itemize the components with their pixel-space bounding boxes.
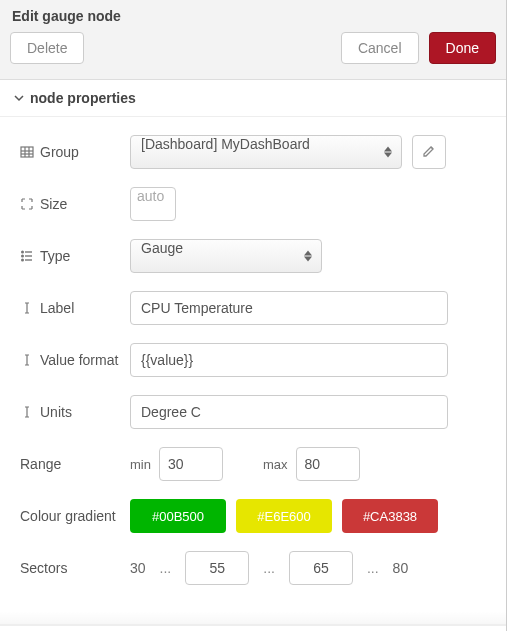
type-select[interactable]: Gauge: [130, 239, 322, 273]
type-select-value: Gauge: [130, 239, 322, 273]
sector-mid2-input[interactable]: [289, 551, 353, 585]
svg-point-7: [22, 255, 24, 257]
svg-point-5: [22, 251, 24, 253]
sector-high: 80: [393, 560, 409, 576]
i-cursor-icon: [20, 301, 34, 315]
label-input[interactable]: [130, 291, 448, 325]
done-button[interactable]: Done: [429, 32, 496, 64]
range-max-input[interactable]: [296, 447, 360, 481]
i-cursor-icon: [20, 353, 34, 367]
group-select-value: [Dashboard] MyDashBoard: [130, 135, 402, 169]
cancel-button[interactable]: Cancel: [341, 32, 419, 64]
edit-group-button[interactable]: [412, 135, 446, 169]
group-select[interactable]: [Dashboard] MyDashBoard: [130, 135, 402, 169]
min-label: min: [130, 457, 151, 472]
dots-icon: ...: [263, 560, 275, 576]
sector-mid1-input[interactable]: [185, 551, 249, 585]
svg-point-9: [22, 259, 24, 261]
dots-icon: ...: [367, 560, 379, 576]
range-min-input[interactable]: [159, 447, 223, 481]
svg-rect-0: [21, 147, 33, 157]
gradient-color-3[interactable]: #CA3838: [342, 499, 438, 533]
label-label: Label: [40, 300, 74, 316]
panel-title: Edit gauge node: [12, 8, 496, 24]
section-node-settings[interactable]: node settings: [0, 625, 506, 631]
pencil-icon: [422, 144, 436, 161]
group-label: Group: [40, 144, 79, 160]
gradient-color-2[interactable]: #E6E600: [236, 499, 332, 533]
delete-button[interactable]: Delete: [10, 32, 84, 64]
colour-gradient-label: Colour gradient: [20, 508, 116, 524]
table-icon: [20, 145, 34, 159]
max-label: max: [263, 457, 288, 472]
gradient-color-1[interactable]: #00B500: [130, 499, 226, 533]
units-input[interactable]: [130, 395, 448, 429]
dots-icon: ...: [160, 560, 172, 576]
size-input[interactable]: auto: [130, 187, 176, 221]
i-cursor-icon: [20, 405, 34, 419]
chevron-down-icon: [14, 93, 24, 103]
sectors-label: Sectors: [20, 560, 67, 576]
size-label: Size: [40, 196, 67, 212]
value-format-label: Value format: [40, 352, 118, 368]
updown-icon: [304, 251, 314, 262]
updown-icon: [384, 147, 394, 158]
units-label: Units: [40, 404, 72, 420]
type-label: Type: [40, 248, 70, 264]
arrows-out-icon: [20, 197, 34, 211]
sector-low: 30: [130, 560, 146, 576]
value-format-input[interactable]: [130, 343, 448, 377]
section-title: node properties: [30, 90, 136, 106]
section-node-properties[interactable]: node properties: [0, 80, 506, 117]
range-label: Range: [20, 456, 61, 472]
list-icon: [20, 249, 34, 263]
